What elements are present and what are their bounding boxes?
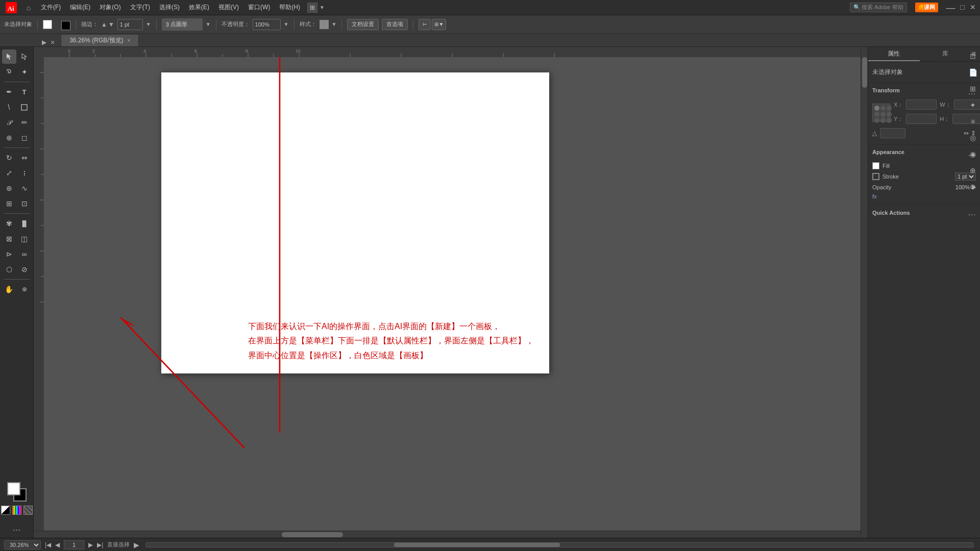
opacity-dropdown-btn[interactable]: ▼ <box>284 21 289 27</box>
live-paint-tool-btn[interactable]: ⬡ <box>2 262 16 277</box>
y-input[interactable] <box>906 114 937 124</box>
stroke-down-btn[interactable]: ▼ <box>108 21 114 28</box>
panel-icon-8[interactable]: ⊕ <box>967 164 979 177</box>
menu-effect[interactable]: 效果(E) <box>185 1 213 14</box>
active-tab[interactable]: 36.26% (RGB/预览) × <box>61 34 139 46</box>
stroke-color-swatch[interactable] <box>61 21 70 30</box>
search-bar[interactable]: 🔍 搜索 Adobe 帮助 <box>850 3 907 12</box>
gradient-tool-btn[interactable]: ◫ <box>17 232 32 246</box>
shear-tool-btn[interactable]: ⫶ <box>17 166 32 180</box>
tab-close-btn[interactable]: × <box>128 38 131 43</box>
fill-app-swatch[interactable] <box>872 162 879 169</box>
fx-btn[interactable]: fx <box>872 193 877 199</box>
blend-tool-btn[interactable]: ∞ <box>17 247 32 261</box>
none-color-btn[interactable] <box>1 506 10 515</box>
rotate-tool-btn[interactable]: ↻ <box>2 151 16 165</box>
page-next-btn[interactable]: ▶ <box>88 541 93 548</box>
blob-tool-btn[interactable]: ⊕ <box>2 131 16 145</box>
h-scroll-track[interactable] <box>145 542 974 547</box>
h-scroll-indicator[interactable] <box>394 543 559 547</box>
fill-swatch[interactable] <box>7 482 20 495</box>
minimize-btn[interactable]: — <box>946 3 955 12</box>
panel-toggle-btn[interactable]: ▶ <box>40 39 48 46</box>
line-tool-btn[interactable]: \ <box>2 100 16 114</box>
panel-icon-4[interactable]: ✦ <box>967 99 979 111</box>
color-btn[interactable] <box>12 506 21 515</box>
reshape-tool-btn[interactable]: ⊛ <box>2 181 16 195</box>
horizontal-scrollbar[interactable] <box>34 531 861 538</box>
perspective-tool-btn[interactable]: ⊡ <box>17 196 32 211</box>
h-scroll-thumb[interactable] <box>282 532 343 537</box>
doc-settings-btn[interactable]: 文档设置 <box>347 19 379 30</box>
panel-icon-9[interactable]: ⊗ <box>967 181 979 193</box>
menu-object[interactable]: 对象(O) <box>95 1 125 14</box>
type-tool-btn[interactable]: T <box>17 85 32 99</box>
workspace-icon[interactable]: ⊞ <box>307 3 317 13</box>
free-transform-tool-btn[interactable]: ⊞ <box>2 196 16 211</box>
page-prev-btn[interactable]: ◀ <box>55 541 60 548</box>
rect-tool-btn[interactable] <box>17 100 32 114</box>
stroke-select-btn[interactable]: ▼ <box>146 21 151 27</box>
slice-tool-btn[interactable]: ⊘ <box>17 262 32 277</box>
select-tool-btn[interactable] <box>2 49 16 64</box>
pencil-tool-btn[interactable]: ✏ <box>17 115 32 130</box>
menu-select[interactable]: 选择(S) <box>155 1 184 14</box>
panel-icon-7[interactable]: ◉ <box>967 148 979 160</box>
properties-tab[interactable]: 属性 <box>868 47 920 61</box>
panel-icon-6[interactable]: ◎ <box>967 132 979 144</box>
menu-text[interactable]: 文字(T) <box>126 1 154 14</box>
graph-tool-btn[interactable]: ▐▌ <box>17 216 32 231</box>
stroke-value-input[interactable] <box>117 19 143 30</box>
stroke-app-swatch[interactable] <box>872 173 879 180</box>
warp-tool-btn[interactable]: ∿ <box>17 181 32 195</box>
maximize-btn[interactable]: □ <box>961 3 965 12</box>
distribute-btn[interactable]: ⊞▼ <box>432 19 446 30</box>
align-left-btn[interactable]: ⊢ <box>419 19 431 30</box>
page-input[interactable] <box>64 540 84 549</box>
canvas-area[interactable]: 0 2 4 6 8 10 <box>34 47 868 538</box>
vertical-scrollbar[interactable] <box>861 47 868 538</box>
fill-color-swatch[interactable] <box>43 20 52 29</box>
scale-tool-btn[interactable]: ⤢ <box>2 166 16 180</box>
panel-icon-5[interactable]: ≡ <box>967 115 979 128</box>
menu-file[interactable]: 文件(F) <box>37 1 65 14</box>
direct-select-tool-btn[interactable] <box>17 49 32 64</box>
page-first-btn[interactable]: |◀ <box>45 541 51 548</box>
zoom-select[interactable]: 30.26% 50% 100% <box>4 540 41 549</box>
close-btn[interactable]: ✕ <box>970 3 976 12</box>
menu-help[interactable]: 帮助(H) <box>275 1 304 14</box>
eraser-tool-btn[interactable]: ◻ <box>17 131 32 145</box>
page-last-btn[interactable]: ▶| <box>97 541 103 548</box>
panel-icon-2[interactable]: 📄 <box>967 66 979 79</box>
rotation-input[interactable] <box>880 128 905 138</box>
x-input[interactable] <box>906 99 937 110</box>
lasso-tool-btn[interactable] <box>2 65 16 79</box>
panel-icon-1[interactable]: ⊡ <box>967 50 979 62</box>
eyedropper-tool-btn[interactable]: ⊳ <box>2 247 16 261</box>
play-btn[interactable]: ▶ <box>134 541 139 549</box>
menu-window[interactable]: 窗口(W) <box>244 1 274 14</box>
preferences-btn[interactable]: 首选项 <box>382 19 408 30</box>
artboard[interactable]: 下面我们来认识一下AI的操作界面，点击AI界面的【新建】一个画板， 在界面上方是… <box>161 72 549 373</box>
reflect-tool-btn[interactable]: ⇔ <box>17 151 32 165</box>
workspace-chevron[interactable]: ▼ <box>320 5 325 10</box>
hand-tool-btn[interactable]: ✋ <box>2 282 16 296</box>
menu-view[interactable]: 视图(V) <box>214 1 243 14</box>
libraries-tab[interactable]: 库 <box>920 47 971 61</box>
mesh-tool-btn[interactable]: ⊠ <box>2 232 16 246</box>
zoom-tool-btn[interactable]: ⊕ <box>17 282 32 296</box>
gradient-btn[interactable] <box>23 506 33 515</box>
more-tools-btn[interactable]: … <box>10 521 24 535</box>
panel-icon-3[interactable]: ⊞ <box>967 83 979 95</box>
pen-tool-btn[interactable]: ✒ <box>2 85 16 99</box>
collapse-icon[interactable]: × <box>51 38 55 46</box>
menu-edit[interactable]: 编辑(E) <box>66 1 94 14</box>
paintbrush-tool-btn[interactable]: 𝒫 <box>2 115 16 130</box>
style-swatch[interactable] <box>320 20 329 29</box>
qa-more-btn[interactable]: … <box>968 208 976 217</box>
style-dropdown-btn[interactable]: ▼ <box>332 21 337 27</box>
home-icon[interactable]: ⌂ <box>21 1 36 15</box>
opacity-input[interactable] <box>253 19 281 30</box>
stroke-up-btn[interactable]: ▲ <box>101 21 107 28</box>
points-dropdown-btn[interactable]: ▼ <box>206 21 211 27</box>
